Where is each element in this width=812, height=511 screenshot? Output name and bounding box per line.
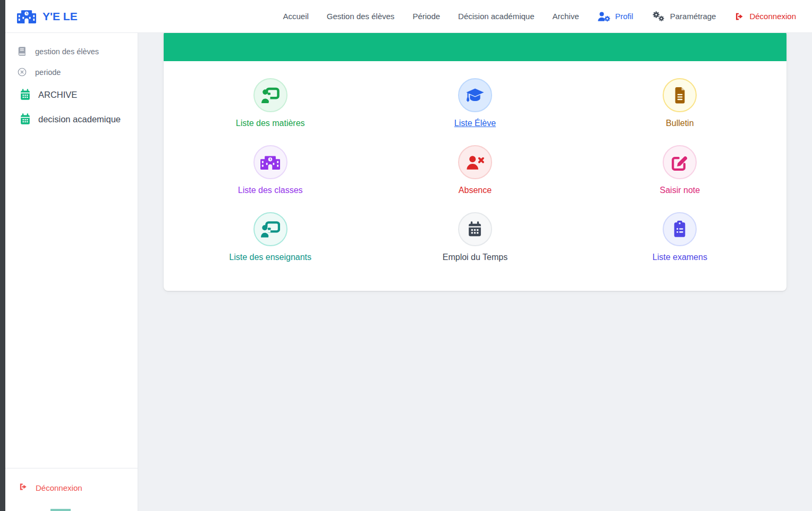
nav-item-periode[interactable]: Période	[412, 12, 440, 21]
sidebar-scrollbar-thumb[interactable]	[50, 509, 71, 511]
nav-item-parametrage[interactable]: Paramétrage	[652, 11, 716, 22]
teacher-screen-icon	[260, 221, 280, 238]
nav-item-gestion-des-eleves[interactable]: Gestion des élèves	[327, 12, 395, 21]
tile-label: Emploi du Temps	[443, 253, 508, 262]
nav-item-label: Déconnexion	[749, 12, 796, 21]
school-icon	[17, 9, 36, 23]
logout-icon	[18, 482, 28, 493]
tile-saisir-note[interactable]: Saisir note	[578, 145, 782, 212]
pen-to-square-icon	[672, 154, 688, 171]
sidebar-item-label: gestion des élèves	[35, 47, 99, 56]
tile-circle	[253, 78, 287, 112]
tile-label: Liste Élève	[454, 119, 496, 128]
dashboard-card: Liste des matières Liste Élève Bulletin …	[164, 30, 786, 291]
nav-item-label: Paramétrage	[670, 12, 716, 21]
calendar-days-icon	[467, 221, 483, 237]
tile-circle	[663, 145, 697, 179]
sidebar: gestion des élèves periode ARCHIVE decis…	[5, 33, 138, 511]
tile-grid: Liste des matières Liste Élève Bulletin …	[164, 61, 786, 291]
tile-liste-eleve[interactable]: Liste Élève	[373, 78, 577, 145]
top-navbar: Y'E LE Accueil Gestion des élèves Périod…	[5, 0, 812, 33]
user-gear-icon	[597, 11, 611, 22]
book-icon	[17, 46, 27, 56]
calendar-icon	[20, 113, 31, 125]
tile-circle	[253, 145, 287, 179]
tile-label: Saisir note	[660, 186, 700, 195]
sidebar-logout-label: Déconnexion	[36, 483, 82, 492]
sidebar-item-label: ARCHIVE	[38, 90, 77, 100]
tile-label: Absence	[459, 186, 492, 195]
tile-circle	[253, 212, 287, 246]
nav-item-archive[interactable]: Archive	[553, 12, 579, 21]
tile-label: Liste des matières	[236, 119, 305, 128]
sidebar-item-label: periode	[35, 68, 61, 77]
window-edge-strip	[0, 0, 5, 511]
gears-icon	[652, 11, 665, 22]
sidebar-item-label: decision academique	[38, 114, 121, 124]
tile-label: Liste examens	[653, 253, 707, 262]
tile-circle	[663, 212, 697, 246]
clipboard-list-icon	[673, 221, 687, 238]
main-content: Liste des matières Liste Élève Bulletin …	[138, 0, 812, 291]
sidebar-item-periode[interactable]: periode	[5, 62, 138, 82]
circle-x-icon	[17, 67, 27, 77]
nav-menu: Accueil Gestion des élèves Période Décis…	[283, 11, 796, 22]
tile-circle	[458, 145, 492, 179]
tile-liste-des-enseignants[interactable]: Liste des enseignants	[168, 212, 373, 279]
sidebar-item-archive[interactable]: ARCHIVE	[5, 82, 138, 107]
logout-icon	[734, 12, 745, 21]
card-header-bar	[164, 30, 786, 61]
sidebar-logout[interactable]: Déconnexion	[5, 468, 138, 511]
tile-label: Liste des classes	[238, 186, 303, 195]
graduation-cap-icon	[466, 88, 485, 103]
nav-item-accueil[interactable]: Accueil	[283, 12, 308, 21]
brand-name: Y'E LE	[43, 10, 78, 23]
user-xmark-icon	[466, 155, 485, 170]
tile-absence[interactable]: Absence	[373, 145, 577, 212]
nav-item-label: Profil	[615, 12, 633, 21]
tile-emploi-du-temps[interactable]: Emploi du Temps	[373, 212, 577, 279]
tile-liste-des-classes[interactable]: Liste des classes	[168, 145, 373, 212]
school-icon	[260, 155, 280, 170]
tile-liste-examens[interactable]: Liste examens	[578, 212, 782, 279]
tile-label: Bulletin	[666, 119, 693, 128]
calendar-icon	[20, 89, 31, 100]
tile-circle	[458, 212, 492, 246]
chalkboard-teacher-icon	[261, 87, 280, 104]
tile-circle	[663, 78, 697, 112]
sidebar-item-decision-academique[interactable]: decision academique	[5, 107, 138, 131]
nav-item-profil[interactable]: Profil	[597, 11, 633, 22]
tile-liste-des-matieres[interactable]: Liste des matières	[168, 78, 373, 145]
sidebar-item-gestion-des-eleves[interactable]: gestion des élèves	[5, 41, 138, 62]
tile-bulletin[interactable]: Bulletin	[578, 78, 782, 145]
tile-circle	[458, 78, 492, 112]
tile-label: Liste des enseignants	[229, 253, 311, 262]
brand-logo[interactable]: Y'E LE	[17, 9, 78, 23]
nav-item-decision-academique[interactable]: Décision académique	[458, 12, 534, 21]
nav-item-deconnexion[interactable]: Déconnexion	[734, 12, 796, 21]
file-lines-icon	[673, 87, 687, 104]
